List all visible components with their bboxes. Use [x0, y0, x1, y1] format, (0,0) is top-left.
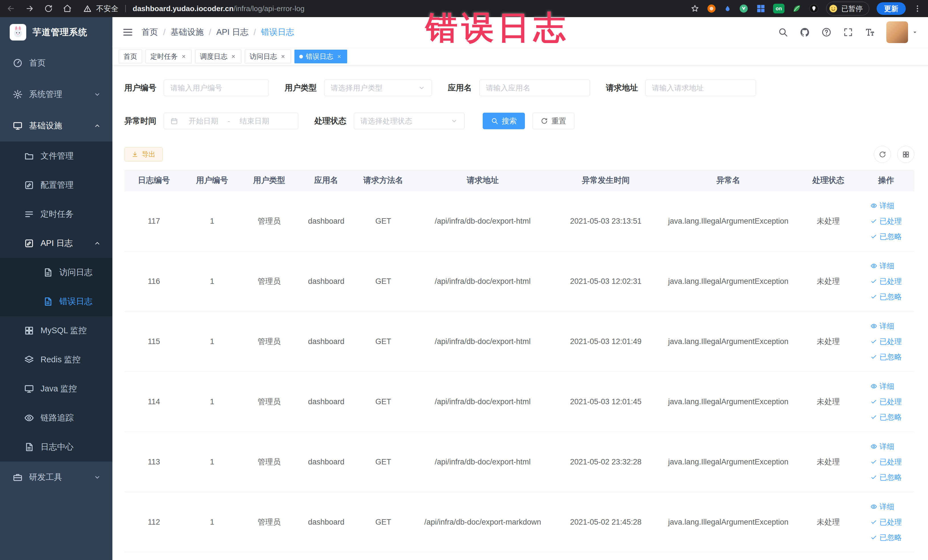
pushpin-extension-icon[interactable]	[809, 4, 819, 14]
breadcrumb-item-3[interactable]: API 日志	[216, 26, 249, 38]
close-icon[interactable]	[230, 53, 237, 60]
action-ignored-link[interactable]: 已忽略	[870, 530, 902, 545]
browser-right-cluster: on 已暂停 更新	[691, 2, 922, 15]
tab-home[interactable]: 首页	[119, 50, 142, 63]
sidebar-item-dev-tools[interactable]: 研发工具	[0, 462, 112, 493]
close-icon[interactable]	[336, 53, 342, 60]
column-settings-button[interactable]	[897, 146, 914, 163]
app-name-input[interactable]	[486, 84, 583, 92]
blue-grid-extension-icon[interactable]	[756, 4, 766, 14]
reset-button[interactable]: 重置	[532, 113, 575, 129]
sidebar-item-infrastructure[interactable]: 基础设施	[0, 110, 112, 142]
tab-error-log[interactable]: 错误日志	[295, 50, 347, 63]
breadcrumb-item-2[interactable]: 基础设施	[171, 26, 204, 38]
browser-update-button[interactable]: 更新	[877, 2, 906, 15]
action-detail-link[interactable]: 详细	[870, 499, 894, 514]
reload-icon[interactable]	[44, 4, 53, 13]
search-button[interactable]: 搜索	[483, 113, 525, 129]
back-icon[interactable]	[6, 4, 15, 13]
close-icon[interactable]	[280, 53, 286, 60]
request-url-input[interactable]	[652, 84, 749, 92]
refresh-button[interactable]	[874, 146, 891, 163]
start-date-input[interactable]	[182, 117, 225, 125]
sidebar-item-mysql-monitor[interactable]: MySQL 监控	[0, 316, 112, 345]
help-icon[interactable]	[821, 27, 832, 37]
process-status-select[interactable]	[354, 113, 464, 129]
leaf-extension-icon[interactable]	[792, 4, 801, 14]
action-detail-link[interactable]: 详细	[870, 258, 894, 273]
cell-time: 2021-05-03 12:01:45	[554, 397, 658, 406]
tab-access-log[interactable]: 访问日志	[245, 50, 291, 63]
sidebar-item-java-monitor[interactable]: Java 监控	[0, 374, 112, 403]
cell-id: 114	[124, 397, 183, 406]
tab-schedule-log[interactable]: 调度日志	[195, 50, 241, 63]
breadcrumb-item-1[interactable]: 首页	[142, 26, 158, 38]
action-processed-link[interactable]: 已处理	[870, 394, 902, 409]
cell-actions: 详细已处理已忽略	[868, 198, 904, 244]
process-status-select-input[interactable]	[360, 117, 447, 125]
fullscreen-icon[interactable]	[843, 27, 853, 37]
action-ignored-link[interactable]: 已忽略	[870, 470, 902, 485]
action-detail-link[interactable]: 详细	[870, 319, 894, 334]
export-button[interactable]: 导出	[124, 147, 163, 162]
user-type-select-input[interactable]	[331, 84, 415, 92]
action-ignored-link[interactable]: 已忽略	[870, 410, 902, 424]
action-processed-link[interactable]: 已处理	[870, 274, 902, 289]
cell-time: 2021-05-03 12:02:31	[554, 277, 658, 286]
url-domain: dashboard.yudao.iocoder.cn	[133, 4, 234, 13]
cell-url: /api/infra/db-doc/export-html	[412, 458, 554, 467]
exception-time-range-picker[interactable]: -	[164, 113, 298, 129]
action-detail-link[interactable]: 详细	[870, 379, 894, 394]
font-size-icon[interactable]	[865, 27, 875, 37]
address-bar[interactable]: 不安全 dashboard.yudao.iocoder.cn/infra/log…	[81, 2, 684, 15]
action-ignored-link[interactable]: 已忽略	[870, 289, 902, 304]
check-icon	[870, 534, 877, 541]
table-header: 日志编号用户编号用户类型应用名请求方法名请求地址异常发生时间异常名处理状态操作	[124, 170, 914, 191]
sidebar-item-file-management[interactable]: 文件管理	[0, 142, 112, 171]
bookmark-star-icon[interactable]	[691, 4, 699, 13]
sidebar-item-config-management[interactable]: 配置管理	[0, 171, 112, 200]
action-ignored-link[interactable]: 已忽略	[870, 229, 902, 244]
action-processed-link[interactable]: 已处理	[870, 214, 902, 229]
sidebar-item-system-management[interactable]: 系统管理	[0, 79, 112, 110]
user-menu[interactable]	[886, 21, 918, 43]
sidebar-item-link-tracing[interactable]: 链路追踪	[0, 403, 112, 432]
browser-profile-chip[interactable]: 已暂停	[826, 2, 869, 15]
sidebar-item-error-log[interactable]: 错误日志	[0, 287, 112, 316]
tab-scheduled-tasks[interactable]: 定时任务	[145, 50, 192, 63]
action-processed-link[interactable]: 已处理	[870, 334, 902, 349]
github-icon[interactable]	[800, 27, 810, 37]
action-detail-link[interactable]: 详细	[870, 439, 894, 454]
vue-devtools-extension-icon[interactable]	[739, 4, 749, 14]
check-icon	[870, 293, 877, 300]
sidebar-item-access-log[interactable]: 访问日志	[0, 258, 112, 287]
action-detail-link[interactable]: 详细	[870, 198, 894, 213]
cell-url: /api/infra/db-doc/export-html	[412, 337, 554, 346]
cell-url: /api/infra/db-doc/export-html	[412, 277, 554, 286]
sidebar-item-redis-monitor[interactable]: Redis 监控	[0, 345, 112, 374]
sidebar-item-api-log[interactable]: API 日志	[0, 229, 112, 258]
forward-icon[interactable]	[25, 4, 34, 13]
user-avatar[interactable]	[886, 21, 908, 43]
home-icon[interactable]	[63, 4, 72, 13]
action-ignored-link[interactable]: 已忽略	[870, 349, 902, 364]
sidebar-item-scheduled-tasks[interactable]: 定时任务	[0, 200, 112, 229]
blue-drop-extension-icon[interactable]	[724, 4, 731, 13]
action-processed-link[interactable]: 已处理	[870, 515, 902, 529]
sidebar: 芋道管理系统 首页系统管理基础设施文件管理配置管理定时任务API 日志访问日志错…	[0, 17, 112, 560]
hamburger-icon[interactable]	[122, 26, 133, 38]
sidebar-item-log-center[interactable]: 日志中心	[0, 432, 112, 462]
on-switch-extension-icon[interactable]: on	[773, 4, 785, 14]
search-icon[interactable]	[778, 27, 788, 37]
orange-circle-extension-icon[interactable]	[707, 4, 716, 14]
user-type-select[interactable]	[324, 79, 432, 96]
kebab-menu-icon[interactable]	[913, 4, 922, 13]
action-processed-link[interactable]: 已处理	[870, 455, 902, 469]
end-date-input[interactable]	[233, 117, 276, 125]
sidebar-item-home[interactable]: 首页	[0, 47, 112, 79]
app-logo[interactable]: 芋道管理系统	[0, 17, 112, 47]
column-header: 用户编号	[183, 175, 241, 186]
close-icon[interactable]	[180, 53, 187, 60]
user-id-input[interactable]	[170, 84, 262, 92]
eye-icon	[870, 443, 877, 450]
